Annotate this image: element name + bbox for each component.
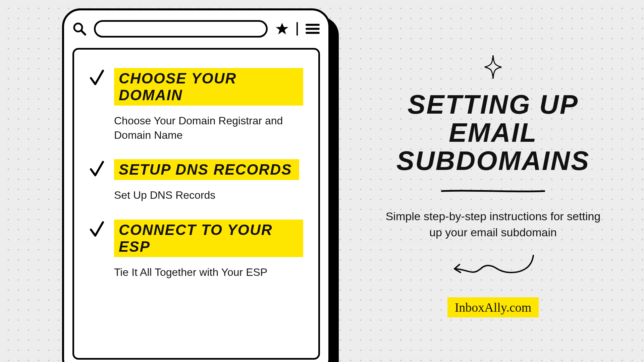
underline-decoration (441, 188, 545, 192)
url-input[interactable] (94, 20, 268, 38)
step-desc: Tie It All Together with Your ESP (114, 265, 302, 280)
headline-line1: SETTING UP EMAIL (408, 89, 579, 147)
hamburger-menu-icon[interactable] (305, 23, 320, 35)
check-icon (89, 220, 105, 240)
step-row: SETUP DNS RECORDS Set Up DNS Records (89, 159, 303, 202)
star-icon[interactable] (275, 22, 289, 36)
step-desc: Set Up DNS Records (114, 188, 299, 202)
check-icon (89, 159, 105, 179)
headline: SETTING UP EMAIL SUBDOMAINS (362, 90, 624, 175)
arrow-decoration (448, 254, 538, 284)
toolbar-divider (297, 22, 298, 36)
check-icon (89, 68, 105, 88)
content-panel: CHOOSE YOUR DOMAIN Choose Your Domain Re… (72, 48, 320, 360)
search-icon (72, 22, 87, 36)
step-row: CONNECT TO YOUR ESP Tie It All Together … (89, 220, 303, 280)
sparkle-icon (483, 54, 503, 80)
headline-block: SETTING UP EMAIL SUBDOMAINS Simple step-… (362, 54, 624, 317)
browser-toolbar (72, 17, 320, 41)
step-title: CHOOSE YOUR DOMAIN (114, 68, 303, 106)
subheadline: Simple step-by-step instructions for set… (379, 208, 607, 240)
step-desc: Choose Your Domain Registrar and Domain … (114, 114, 302, 142)
browser-mockup: CHOOSE YOUR DOMAIN Choose Your Domain Re… (62, 8, 330, 362)
headline-line2: SUBDOMAINS (396, 146, 590, 176)
svg-line-1 (81, 31, 85, 35)
step-title: CONNECT TO YOUR ESP (114, 220, 303, 257)
step-title: SETUP DNS RECORDS (114, 159, 299, 180)
brand-link[interactable]: InboxAlly.com (447, 297, 539, 317)
step-row: CHOOSE YOUR DOMAIN Choose Your Domain Re… (89, 68, 303, 142)
